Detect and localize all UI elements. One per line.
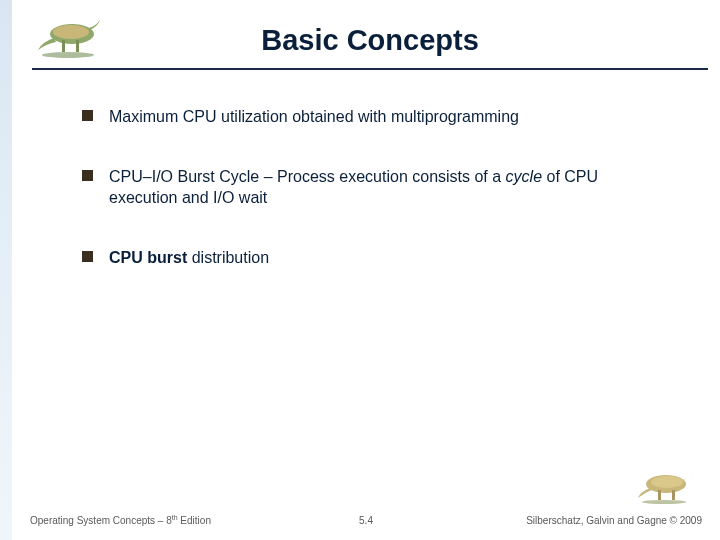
slide-content: Maximum CPU utilization obtained with mu… (12, 70, 720, 268)
bold-segment: CPU burst (109, 249, 187, 266)
side-gradient-band (0, 0, 12, 540)
footer-text: Edition (178, 515, 211, 526)
svg-rect-8 (672, 490, 675, 500)
svg-point-9 (642, 500, 686, 504)
square-bullet-icon (82, 110, 93, 121)
bullet-item: CPU–I/O Burst Cycle – Process execution … (82, 166, 660, 209)
footer-page-number: 5.4 (254, 515, 478, 526)
bullet-text: CPU–I/O Burst Cycle – Process execution … (109, 166, 660, 209)
slide-header: Basic Concepts (32, 0, 708, 70)
slide-footer: Operating System Concepts – 8th Edition … (30, 514, 702, 526)
square-bullet-icon (82, 170, 93, 181)
bullet-item: Maximum CPU utilization obtained with mu… (82, 106, 660, 128)
italic-segment: cycle (506, 168, 542, 185)
slide-body: Basic Concepts Maximum CPU utilization o… (12, 0, 720, 540)
bullet-text: CPU burst distribution (109, 247, 269, 269)
svg-rect-7 (658, 490, 661, 500)
footer-left: Operating System Concepts – 8th Edition (30, 514, 254, 526)
svg-point-6 (651, 476, 683, 488)
footer-text: Operating System Concepts – 8 (30, 515, 172, 526)
square-bullet-icon (82, 251, 93, 262)
bullet-item: CPU burst distribution (82, 247, 660, 269)
text-segment: CPU–I/O Burst Cycle – Process execution … (109, 168, 506, 185)
bullet-text: Maximum CPU utilization obtained with mu… (109, 106, 519, 128)
slide-title: Basic Concepts (32, 24, 708, 57)
footer-copyright: Silberschatz, Galvin and Gagne © 2009 (478, 515, 702, 526)
text-segment: distribution (187, 249, 269, 266)
dinosaur-bottom-icon (636, 462, 698, 504)
